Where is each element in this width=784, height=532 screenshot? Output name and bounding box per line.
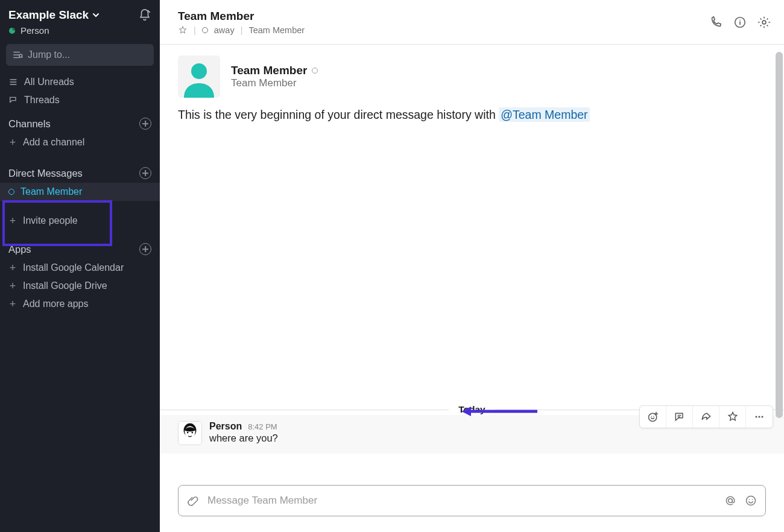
svg-point-19 — [747, 496, 756, 505]
day-divider-label: Today — [449, 404, 495, 415]
presence-active-icon — [8, 27, 16, 34]
apps-header[interactable]: Apps — [0, 230, 160, 259]
plus-icon: + — [8, 300, 17, 308]
threads-label: Threads — [24, 95, 60, 106]
intro-text-prefix: This is the very beginning of your direc… — [178, 108, 499, 121]
jump-placeholder: Jump to... — [28, 49, 70, 60]
svg-point-7 — [191, 63, 207, 79]
scrollbar[interactable] — [776, 52, 783, 478]
mention-icon[interactable] — [724, 495, 736, 507]
dm-intro: Team Member Team Member This is the very… — [160, 45, 784, 129]
attachment-icon[interactable] — [187, 495, 199, 507]
current-user-name: Person — [21, 25, 49, 36]
add-channel-label: Add a channel — [23, 137, 84, 148]
app-add-more[interactable]: + Add more apps — [0, 295, 160, 313]
channel-header: Team Member | away | Team Member — [160, 0, 784, 45]
message-author[interactable]: Person — [209, 421, 242, 432]
plus-icon: + — [8, 217, 17, 225]
conversation-body: Team Member Team Member This is the very… — [160, 45, 784, 480]
dm-header[interactable]: Direct Messages — [0, 151, 160, 183]
workspace-name: Example Slack — [8, 8, 89, 22]
svg-point-9 — [756, 416, 757, 418]
presence-away-icon — [312, 68, 318, 74]
message-composer[interactable]: Message Team Member — [178, 485, 766, 516]
add-channel-plus-icon[interactable] — [139, 118, 151, 130]
channel-title: Team Member — [178, 10, 305, 23]
sidebar-threads[interactable]: Threads — [0, 91, 160, 109]
composer-placeholder: Message Team Member — [207, 495, 716, 507]
composer-area: Message Team Member — [160, 480, 784, 532]
message-row[interactable]: Person 8:42 PM where are you? — [160, 415, 784, 454]
presence-away-icon — [202, 27, 208, 33]
app-install-gcal[interactable]: + Install Google Calendar — [0, 259, 160, 277]
dm-header-label: Direct Messages — [8, 168, 83, 179]
jump-to[interactable]: Jump to... — [6, 44, 154, 66]
svg-point-2 — [13, 28, 14, 29]
svg-point-8 — [648, 413, 656, 421]
intro-text: This is the very beginning of your direc… — [178, 106, 766, 123]
intro-subtitle: Team Member — [231, 77, 318, 89]
all-unreads-label: All Unreads — [24, 77, 74, 87]
main: Team Member | away | Team Member — [160, 0, 784, 532]
presence-away-icon — [8, 189, 14, 195]
app-label: Install Google Drive — [23, 280, 107, 291]
svg-point-10 — [759, 416, 760, 418]
intro-name: Team Member — [231, 64, 307, 77]
star-icon[interactable] — [178, 25, 188, 35]
message-time: 8:42 PM — [248, 422, 277, 431]
svg-point-11 — [762, 416, 763, 418]
avatar — [178, 55, 220, 98]
sidebar: Example Slack Person Jump to... All Unre… — [0, 0, 160, 532]
more-actions-button[interactable] — [746, 406, 773, 428]
app-install-gdrive[interactable]: + Install Google Drive — [0, 277, 160, 295]
current-user-row[interactable]: Person — [0, 24, 160, 42]
apps-header-label: Apps — [8, 244, 31, 255]
avatar — [178, 421, 202, 445]
share-button[interactable] — [693, 406, 719, 428]
list-icon — [8, 77, 18, 87]
add-reaction-button[interactable] — [640, 406, 666, 428]
invite-people-label: Invite people — [23, 215, 78, 226]
gear-icon[interactable] — [757, 16, 771, 29]
info-icon[interactable] — [733, 16, 747, 29]
breadcrumb: Team Member — [248, 25, 305, 35]
dm-item-label: Team Member — [21, 186, 82, 197]
jump-icon — [12, 49, 23, 60]
star-button[interactable] — [719, 406, 746, 428]
call-icon[interactable] — [709, 16, 722, 29]
svg-point-3 — [19, 54, 22, 57]
plus-icon: + — [8, 264, 17, 272]
add-app-plus-icon[interactable] — [139, 243, 151, 255]
bell-icon[interactable] — [138, 8, 151, 22]
channels-header[interactable]: Channels — [0, 109, 160, 133]
svg-point-18 — [729, 499, 733, 503]
app-label: Install Google Calendar — [23, 262, 124, 273]
add-channel[interactable]: + Add a channel — [0, 133, 160, 151]
channels-header-label: Channels — [8, 118, 51, 130]
message-actions — [639, 405, 773, 428]
scrollbar-thumb[interactable] — [776, 52, 783, 418]
threads-icon — [8, 95, 18, 105]
sidebar-all-unreads[interactable]: All Unreads — [0, 73, 160, 91]
chevron-down-icon — [92, 11, 100, 19]
app-label: Add more apps — [23, 299, 89, 309]
svg-point-16 — [187, 432, 189, 434]
thread-button[interactable] — [666, 406, 693, 428]
add-dm-plus-icon[interactable] — [139, 167, 151, 179]
message-text: where are you? — [209, 432, 278, 444]
workspace-switcher[interactable]: Example Slack — [8, 8, 100, 22]
plus-icon: + — [8, 138, 17, 147]
emoji-icon[interactable] — [745, 495, 757, 507]
svg-point-5 — [762, 21, 766, 24]
status-label: away — [214, 25, 235, 35]
svg-point-17 — [191, 432, 193, 434]
dm-item-team-member[interactable]: Team Member — [0, 183, 160, 201]
invite-people[interactable]: + Invite people — [0, 212, 160, 230]
plus-icon: + — [8, 282, 17, 290]
mention[interactable]: @Team Member — [499, 107, 589, 122]
